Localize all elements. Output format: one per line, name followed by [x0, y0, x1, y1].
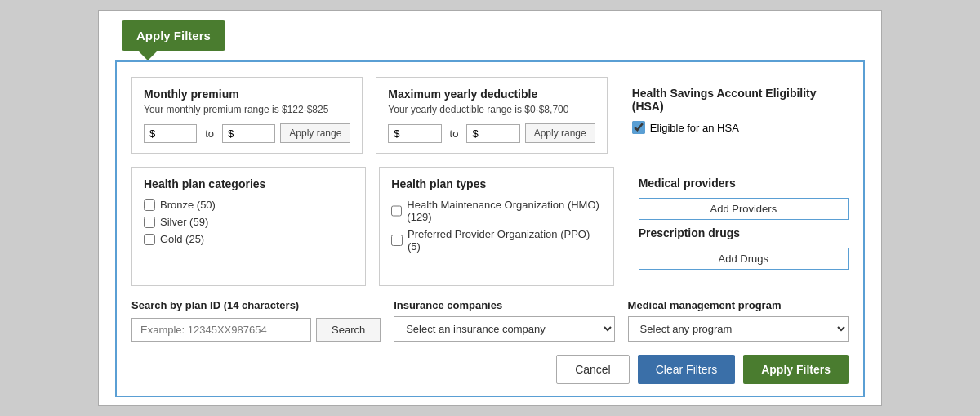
filter-modal: Apply Filters Monthly premium Your month… — [98, 10, 882, 406]
prescription-drugs-title: Prescription drugs — [639, 226, 849, 239]
filter-row-search-insurance-medical: Search by plan ID (14 characters) Search… — [131, 299, 849, 342]
category-silver-row[interactable]: Silver (59) — [144, 216, 354, 228]
add-drugs-button[interactable]: Add Drugs — [639, 248, 849, 270]
category-gold-row[interactable]: Gold (25) — [144, 233, 354, 245]
search-plan-id-button[interactable]: Search — [316, 318, 381, 342]
max-deductible-box: Maximum yearly deductible Your yearly de… — [376, 77, 607, 154]
max-deductible-from-input[interactable] — [400, 127, 436, 140]
search-plan-id-input[interactable] — [131, 318, 311, 342]
medical-management-box: Medical management program Select any pr… — [628, 299, 849, 342]
type-hmo-checkbox[interactable] — [391, 205, 402, 217]
search-plan-id-row: Search — [131, 318, 381, 342]
max-deductible-title: Maximum yearly deductible — [388, 87, 595, 101]
type-ppo-label: Preferred Provider Organization (PPO) (5… — [408, 228, 602, 253]
providers-drugs-box: Medical providers Add Providers Prescrip… — [627, 167, 849, 286]
monthly-premium-title: Monthly premium — [144, 87, 350, 101]
type-ppo-row[interactable]: Preferred Provider Organization (PPO) (5… — [391, 228, 601, 253]
type-hmo-label: Health Maintenance Organization (HMO) (1… — [407, 199, 601, 223]
monthly-premium-from-input[interactable] — [155, 127, 191, 140]
type-ppo-checkbox[interactable] — [391, 235, 403, 246]
monthly-premium-from-wrapper: $ — [144, 124, 197, 143]
monthly-premium-to-dollar: $ — [228, 127, 234, 140]
monthly-premium-subtitle: Your monthly premium range is $122-$825 — [144, 104, 350, 115]
health-plan-types-title: Health plan types — [391, 177, 601, 190]
clear-filters-button[interactable]: Clear Filters — [638, 355, 735, 384]
monthly-premium-range-row: $ to $ Apply range — [144, 123, 350, 143]
monthly-premium-from-dollar: $ — [149, 127, 155, 140]
monthly-premium-box: Monthly premium Your monthly premium ran… — [131, 77, 363, 154]
hsa-title: Health Savings Account Eligibility (HSA) — [632, 87, 837, 113]
category-bronze-checkbox[interactable] — [144, 199, 155, 211]
max-deductible-subtitle: Your yearly deductible range is $0-$8,70… — [388, 104, 595, 115]
cancel-button[interactable]: Cancel — [556, 355, 630, 384]
category-gold-label: Gold (25) — [160, 233, 204, 245]
category-gold-checkbox[interactable] — [144, 234, 155, 245]
monthly-premium-to-label: to — [205, 127, 214, 140]
insurance-companies-label: Insurance companies — [394, 299, 614, 311]
action-buttons-row: Cancel Clear Filters Apply Filters — [131, 355, 849, 384]
max-deductible-from-dollar: $ — [394, 127, 399, 140]
arrow-down-indicator — [138, 51, 158, 60]
search-plan-id-box: Search by plan ID (14 characters) Search — [131, 299, 381, 342]
filter-row-premium-deductible-hsa: Monthly premium Your monthly premium ran… — [131, 77, 849, 154]
category-silver-checkbox[interactable] — [144, 217, 155, 228]
type-hmo-row[interactable]: Health Maintenance Organization (HMO) (1… — [391, 199, 601, 223]
health-plan-categories-title: Health plan categories — [144, 177, 354, 190]
max-deductible-to-input[interactable] — [479, 127, 514, 140]
category-silver-label: Silver (59) — [160, 216, 208, 228]
search-plan-id-title: Search by plan ID (14 characters) — [131, 299, 381, 311]
max-deductible-range-row: $ to $ Apply range — [388, 123, 595, 143]
monthly-premium-apply-button[interactable]: Apply range — [280, 123, 350, 143]
monthly-premium-to-input[interactable] — [234, 127, 270, 140]
insurance-companies-box: Insurance companies Select an insurance … — [394, 299, 614, 342]
add-providers-button[interactable]: Add Providers — [639, 198, 849, 220]
monthly-premium-to-wrapper: $ — [222, 124, 275, 143]
max-deductible-to-wrapper: $ — [466, 124, 519, 143]
max-deductible-apply-button[interactable]: Apply range — [525, 123, 595, 143]
hsa-checkbox-label: Eligible for an HSA — [650, 122, 739, 134]
category-bronze-label: Bronze (50) — [160, 199, 216, 211]
filter-panel: Monthly premium Your monthly premium ran… — [115, 60, 865, 397]
max-deductible-from-wrapper: $ — [388, 124, 441, 143]
medical-management-label: Medical management program — [628, 299, 849, 311]
hsa-box: Health Savings Account Eligibility (HSA)… — [621, 77, 849, 154]
apply-filters-button[interactable]: Apply Filters — [743, 355, 849, 384]
health-plan-categories-box: Health plan categories Bronze (50) Silve… — [131, 167, 366, 286]
hsa-checkbox-row[interactable]: Eligible for an HSA — [632, 121, 837, 134]
category-bronze-row[interactable]: Bronze (50) — [144, 199, 354, 211]
medical-providers-title: Medical providers — [639, 177, 849, 190]
max-deductible-to-dollar: $ — [472, 127, 478, 140]
max-deductible-to-label: to — [450, 127, 459, 140]
insurance-companies-select[interactable]: Select an insurance company — [394, 316, 614, 342]
hsa-checkbox[interactable] — [632, 121, 645, 134]
filter-row-categories-types-providers: Health plan categories Bronze (50) Silve… — [131, 167, 849, 286]
apply-filters-top-button[interactable]: Apply Filters — [122, 20, 225, 51]
health-plan-types-box: Health plan types Health Maintenance Org… — [379, 167, 613, 286]
medical-management-select[interactable]: Select any program — [628, 316, 849, 342]
